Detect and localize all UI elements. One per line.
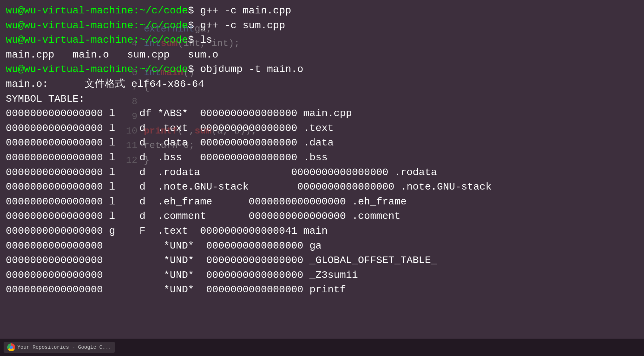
terminal-line: 0000000000000000 l df *ABS* 000000000000… [6,106,638,121]
terminal-line: SYMBOL TABLE: [6,92,638,107]
terminal-line: 0000000000000000 *UND* 0000000000000000 … [6,239,638,254]
terminal-line: wu@wu-virtual-machine:~/c/code$ g++ -c s… [6,18,638,33]
terminal-line: 0000000000000000 *UND* 0000000000000000 … [6,253,638,268]
chrome-tab-label: Your Repositories - Google C... [17,344,111,350]
terminal-line: 0000000000000000 l d .rodata 00000000000… [6,165,638,180]
terminal-line: wu@wu-virtual-machine:~/c/code$ g++ -c m… [6,4,638,18]
terminal-line: 0000000000000000 *UND* 0000000000000000 … [6,268,638,283]
terminal-line: main.o: 文件格式 elf64-x86-64 [6,77,638,92]
terminal-line: 0000000000000000 g F .text 0000000000000… [6,224,638,239]
chrome-taskbar-item[interactable]: Your Repositories - Google C... [4,342,115,353]
chrome-icon [7,343,15,351]
taskbar: Your Repositories - Google C... [0,339,644,356]
terminal-line: main.cpp main.o sum.cpp sum.o [6,48,638,63]
terminal-line: 0000000000000000 l d .bss 00000000000000… [6,151,638,165]
terminal-line: 0000000000000000 l d .comment 0000000000… [6,209,638,224]
terminal-line: wu@wu-virtual-machine:~/c/code$ objdump … [6,62,638,77]
terminal-line: wu@wu-virtual-machine:~/c/code$ ls [6,33,638,48]
terminal-line: 0000000000000000 *UND* 0000000000000000 … [6,283,638,297]
terminal-line: 0000000000000000 l d .text 0000000000000… [6,121,638,136]
terminal-line: 0000000000000000 l d .note.GNU-stack 000… [6,180,638,195]
terminal-window: wu@wu-virtual-machine:~/c/code$ g++ -c m… [0,0,644,356]
terminal-line: 0000000000000000 l d .data 0000000000000… [6,136,638,151]
terminal-line: 0000000000000000 l d .eh_frame 000000000… [6,195,638,209]
